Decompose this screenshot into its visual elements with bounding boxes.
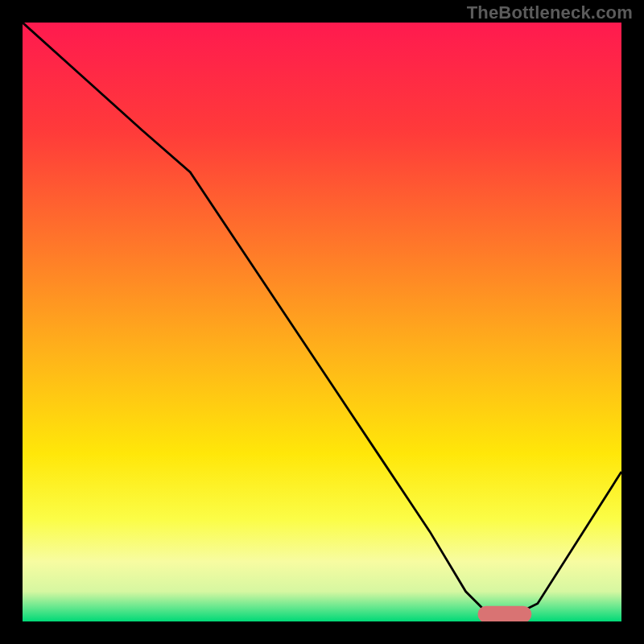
chart-frame: TheBottleneck.com <box>0 0 644 644</box>
optimal-range-marker <box>477 606 531 621</box>
watermark-text: TheBottleneck.com <box>467 2 633 23</box>
plot-background <box>23 23 621 621</box>
bottleneck-chart <box>23 23 621 621</box>
